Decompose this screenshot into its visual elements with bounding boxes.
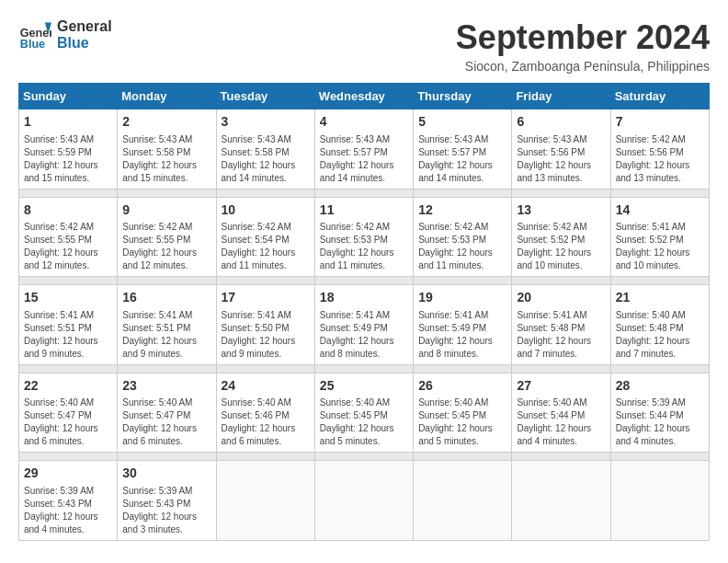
calendar-cell: 18Sunrise: 5:41 AMSunset: 5:49 PMDayligh… bbox=[314, 285, 413, 365]
day-number: 21 bbox=[616, 289, 704, 307]
logo-general: General bbox=[57, 18, 112, 35]
calendar-cell bbox=[314, 461, 413, 541]
calendar-cell bbox=[216, 461, 314, 541]
week-row-2: 8Sunrise: 5:42 AMSunset: 5:55 PMDaylight… bbox=[19, 197, 710, 277]
calendar-cell: 7Sunrise: 5:42 AMSunset: 5:56 PMDaylight… bbox=[610, 109, 709, 190]
day-info: Sunrise: 5:41 AMSunset: 5:52 PMDaylight:… bbox=[616, 221, 704, 272]
day-info: Sunrise: 5:40 AMSunset: 5:44 PMDaylight:… bbox=[517, 396, 605, 448]
day-info: Sunrise: 5:41 AMSunset: 5:51 PMDaylight:… bbox=[122, 309, 210, 361]
calendar-cell: 11Sunrise: 5:42 AMSunset: 5:53 PMDayligh… bbox=[314, 197, 413, 277]
day-number: 11 bbox=[320, 201, 408, 220]
day-info: Sunrise: 5:40 AMSunset: 5:46 PMDaylight:… bbox=[222, 396, 310, 448]
calendar-cell: 1Sunrise: 5:43 AMSunset: 5:59 PMDaylight… bbox=[19, 109, 118, 190]
day-number: 6 bbox=[517, 113, 605, 132]
day-info: Sunrise: 5:40 AMSunset: 5:47 PMDaylight:… bbox=[122, 396, 210, 448]
header-thursday: Thursday bbox=[414, 84, 512, 109]
header-tuesday: Tuesday bbox=[216, 84, 314, 109]
calendar-cell: 27Sunrise: 5:40 AMSunset: 5:44 PMDayligh… bbox=[512, 373, 610, 453]
calendar-cell: 14Sunrise: 5:41 AMSunset: 5:52 PMDayligh… bbox=[610, 197, 709, 277]
day-number: 20 bbox=[517, 289, 605, 307]
day-info: Sunrise: 5:42 AMSunset: 5:56 PMDaylight:… bbox=[616, 133, 704, 185]
calendar-cell: 2Sunrise: 5:43 AMSunset: 5:58 PMDaylight… bbox=[118, 109, 216, 190]
day-number: 12 bbox=[418, 201, 506, 220]
svg-text:Blue: Blue bbox=[20, 38, 45, 51]
day-info: Sunrise: 5:43 AMSunset: 5:58 PMDaylight:… bbox=[222, 133, 310, 185]
day-number: 14 bbox=[616, 201, 704, 220]
day-number: 22 bbox=[24, 377, 112, 396]
week-divider bbox=[19, 277, 710, 285]
day-number: 9 bbox=[122, 201, 210, 220]
day-info: Sunrise: 5:42 AMSunset: 5:52 PMDaylight:… bbox=[517, 221, 605, 272]
header-sunday: Sunday bbox=[19, 84, 118, 109]
day-info: Sunrise: 5:43 AMSunset: 5:57 PMDaylight:… bbox=[320, 133, 408, 185]
page-header: General Blue General Blue September 2024… bbox=[18, 18, 710, 74]
day-info: Sunrise: 5:41 AMSunset: 5:51 PMDaylight:… bbox=[24, 309, 112, 361]
day-info: Sunrise: 5:42 AMSunset: 5:55 PMDaylight:… bbox=[122, 221, 210, 272]
day-info: Sunrise: 5:42 AMSunset: 5:55 PMDaylight:… bbox=[24, 221, 112, 272]
calendar-cell: 8Sunrise: 5:42 AMSunset: 5:55 PMDaylight… bbox=[19, 197, 118, 277]
day-number: 7 bbox=[616, 113, 704, 132]
day-number: 3 bbox=[222, 113, 310, 132]
day-info: Sunrise: 5:43 AMSunset: 5:56 PMDaylight:… bbox=[517, 133, 605, 185]
calendar-cell: 3Sunrise: 5:43 AMSunset: 5:58 PMDaylight… bbox=[216, 109, 314, 190]
day-number: 29 bbox=[24, 465, 112, 483]
calendar-cell: 17Sunrise: 5:41 AMSunset: 5:50 PMDayligh… bbox=[216, 285, 314, 365]
calendar-cell: 21Sunrise: 5:40 AMSunset: 5:48 PMDayligh… bbox=[610, 285, 709, 365]
week-row-4: 22Sunrise: 5:40 AMSunset: 5:47 PMDayligh… bbox=[19, 373, 710, 453]
day-info: Sunrise: 5:43 AMSunset: 5:57 PMDaylight:… bbox=[418, 133, 506, 185]
location-subtitle: Siocon, Zamboanga Peninsula, Philippines bbox=[456, 59, 710, 74]
day-number: 5 bbox=[418, 113, 506, 132]
month-year-title: September 2024 bbox=[456, 18, 710, 57]
day-info: Sunrise: 5:41 AMSunset: 5:49 PMDaylight:… bbox=[320, 309, 408, 361]
day-info: Sunrise: 5:39 AMSunset: 5:43 PMDaylight:… bbox=[24, 485, 112, 536]
day-info: Sunrise: 5:40 AMSunset: 5:45 PMDaylight:… bbox=[418, 396, 506, 448]
calendar-cell: 30Sunrise: 5:39 AMSunset: 5:43 PMDayligh… bbox=[118, 461, 216, 541]
title-section: September 2024 Siocon, Zamboanga Peninsu… bbox=[456, 18, 710, 74]
day-info: Sunrise: 5:40 AMSunset: 5:47 PMDaylight:… bbox=[24, 396, 112, 448]
calendar-cell: 10Sunrise: 5:42 AMSunset: 5:54 PMDayligh… bbox=[216, 197, 314, 277]
calendar-cell: 24Sunrise: 5:40 AMSunset: 5:46 PMDayligh… bbox=[216, 373, 314, 453]
day-number: 2 bbox=[122, 113, 210, 132]
day-number: 15 bbox=[24, 289, 112, 307]
logo-icon: General Blue bbox=[18, 18, 51, 52]
header-wednesday: Wednesday bbox=[314, 84, 413, 109]
day-info: Sunrise: 5:41 AMSunset: 5:48 PMDaylight:… bbox=[517, 309, 605, 361]
calendar-cell: 23Sunrise: 5:40 AMSunset: 5:47 PMDayligh… bbox=[118, 373, 216, 453]
day-number: 8 bbox=[24, 201, 112, 220]
day-number: 24 bbox=[222, 377, 310, 396]
day-info: Sunrise: 5:43 AMSunset: 5:59 PMDaylight:… bbox=[24, 133, 112, 185]
calendar-cell: 6Sunrise: 5:43 AMSunset: 5:56 PMDaylight… bbox=[512, 109, 610, 190]
calendar-cell: 29Sunrise: 5:39 AMSunset: 5:43 PMDayligh… bbox=[19, 461, 118, 541]
day-number: 19 bbox=[418, 289, 506, 307]
day-number: 1 bbox=[24, 113, 112, 132]
day-info: Sunrise: 5:40 AMSunset: 5:45 PMDaylight:… bbox=[320, 396, 408, 448]
day-number: 16 bbox=[122, 289, 210, 307]
week-row-5: 29Sunrise: 5:39 AMSunset: 5:43 PMDayligh… bbox=[19, 461, 710, 541]
calendar-cell: 13Sunrise: 5:42 AMSunset: 5:52 PMDayligh… bbox=[512, 197, 610, 277]
logo: General Blue General Blue bbox=[18, 18, 112, 52]
logo-blue: Blue bbox=[57, 35, 112, 52]
day-info: Sunrise: 5:41 AMSunset: 5:49 PMDaylight:… bbox=[418, 309, 506, 361]
week-row-1: 1Sunrise: 5:43 AMSunset: 5:59 PMDaylight… bbox=[19, 109, 710, 190]
day-number: 10 bbox=[222, 201, 310, 220]
week-divider bbox=[19, 453, 710, 461]
day-number: 4 bbox=[320, 113, 408, 132]
calendar-cell bbox=[414, 461, 512, 541]
day-info: Sunrise: 5:39 AMSunset: 5:43 PMDaylight:… bbox=[122, 485, 210, 536]
calendar-cell: 12Sunrise: 5:42 AMSunset: 5:53 PMDayligh… bbox=[414, 197, 512, 277]
week-divider bbox=[19, 189, 710, 197]
header-saturday: Saturday bbox=[610, 84, 709, 109]
calendar-cell: 26Sunrise: 5:40 AMSunset: 5:45 PMDayligh… bbox=[414, 373, 512, 453]
calendar-table: Sunday Monday Tuesday Wednesday Thursday… bbox=[18, 83, 710, 541]
day-number: 18 bbox=[320, 289, 408, 307]
calendar-cell bbox=[610, 461, 709, 541]
calendar-cell: 22Sunrise: 5:40 AMSunset: 5:47 PMDayligh… bbox=[19, 373, 118, 453]
weekday-header-row: Sunday Monday Tuesday Wednesday Thursday… bbox=[19, 84, 710, 109]
day-number: 30 bbox=[122, 465, 210, 483]
day-number: 23 bbox=[122, 377, 210, 396]
day-number: 17 bbox=[222, 289, 310, 307]
calendar-cell: 28Sunrise: 5:39 AMSunset: 5:44 PMDayligh… bbox=[610, 373, 709, 453]
day-info: Sunrise: 5:42 AMSunset: 5:54 PMDaylight:… bbox=[222, 221, 310, 272]
calendar-cell: 5Sunrise: 5:43 AMSunset: 5:57 PMDaylight… bbox=[414, 109, 512, 190]
day-number: 26 bbox=[418, 377, 506, 396]
